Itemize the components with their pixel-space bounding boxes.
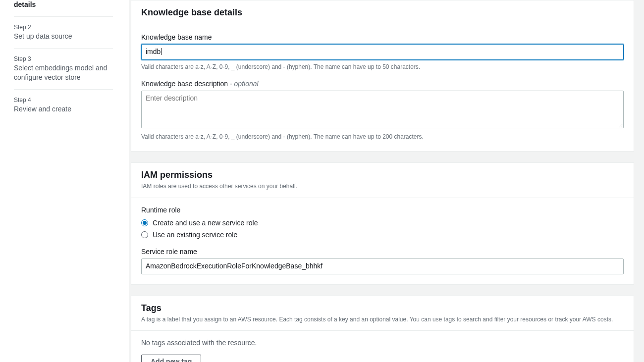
kb-name-input[interactable]: imdb	[141, 44, 624, 60]
wizard-step-1[interactable]: details	[14, 0, 113, 17]
wizard-step-title: Select embeddings model and configure ve…	[14, 63, 113, 82]
wizard-step-num: Step 3	[14, 55, 113, 62]
wizard-step-3[interactable]: Step 3 Select embeddings model and confi…	[14, 49, 113, 90]
panel-header: IAM permissions IAM roles are used to ac…	[131, 163, 634, 198]
panel-subtitle: IAM roles are used to access other servi…	[141, 182, 624, 191]
panel-title: Tags	[141, 303, 624, 313]
wizard-step-4[interactable]: Step 4 Review and create	[14, 90, 113, 121]
wizard-sidebar: details Step 2 Set up data source Step 3…	[0, 0, 129, 362]
radio-label: Use an existing service role	[153, 231, 237, 239]
wizard-step-title: Set up data source	[14, 32, 113, 41]
kb-name-hint: Valid characters are a-z, A-Z, 0-9, _ (u…	[141, 63, 624, 71]
iam-panel: IAM permissions IAM roles are used to ac…	[131, 162, 634, 284]
service-role-name-input[interactable]	[141, 259, 624, 274]
wizard-step-num: Step 4	[14, 97, 113, 103]
panel-subtitle: A tag is a label that you assign to an A…	[141, 315, 624, 324]
service-role-name-field: Service role name	[141, 248, 624, 274]
service-role-name-label: Service role name	[141, 248, 624, 256]
kb-details-panel: Knowledge base details Knowledge base na…	[131, 0, 634, 152]
optional-suffix: - optional	[228, 80, 258, 88]
radio-icon	[141, 219, 148, 226]
kb-desc-field: Knowledge base description - optional Va…	[141, 80, 624, 141]
wizard-step-2[interactable]: Step 2 Set up data source	[14, 17, 113, 49]
main-content: Knowledge base details Knowledge base na…	[129, 0, 644, 362]
radio-label: Create and use a new service role	[153, 219, 258, 227]
kb-desc-hint: Valid characters are a-z, A-Z, 0-9, _ (u…	[141, 133, 624, 141]
kb-desc-label-text: Knowledge base description	[141, 80, 228, 88]
kb-name-value: imdb	[146, 47, 161, 57]
tags-empty-text: No tags associated with the resource.	[141, 339, 624, 347]
runtime-role-label: Runtime role	[141, 206, 624, 214]
tags-panel: Tags A tag is a label that you assign to…	[131, 296, 634, 362]
wizard-step-num: Step 2	[14, 24, 113, 31]
radio-existing-role[interactable]: Use an existing service role	[141, 231, 624, 239]
wizard-step-title: details	[14, 0, 113, 9]
panel-title: Knowledge base details	[141, 7, 624, 18]
panel-header: Tags A tag is a label that you assign to…	[131, 296, 634, 331]
kb-name-label: Knowledge base name	[141, 33, 624, 41]
text-caret-icon	[161, 48, 162, 55]
kb-desc-label: Knowledge base description - optional	[141, 80, 624, 88]
add-new-tag-button[interactable]: Add new tag	[141, 355, 201, 362]
wizard-step-title: Review and create	[14, 104, 113, 114]
radio-icon	[141, 231, 148, 238]
panel-header: Knowledge base details	[131, 0, 634, 25]
radio-new-role[interactable]: Create and use a new service role	[141, 219, 624, 227]
runtime-role-field: Runtime role Create and use a new servic…	[141, 206, 624, 239]
kb-desc-textarea[interactable]	[141, 91, 624, 128]
panel-title: IAM permissions	[141, 170, 624, 180]
kb-name-field: Knowledge base name imdb Valid character…	[141, 33, 624, 71]
